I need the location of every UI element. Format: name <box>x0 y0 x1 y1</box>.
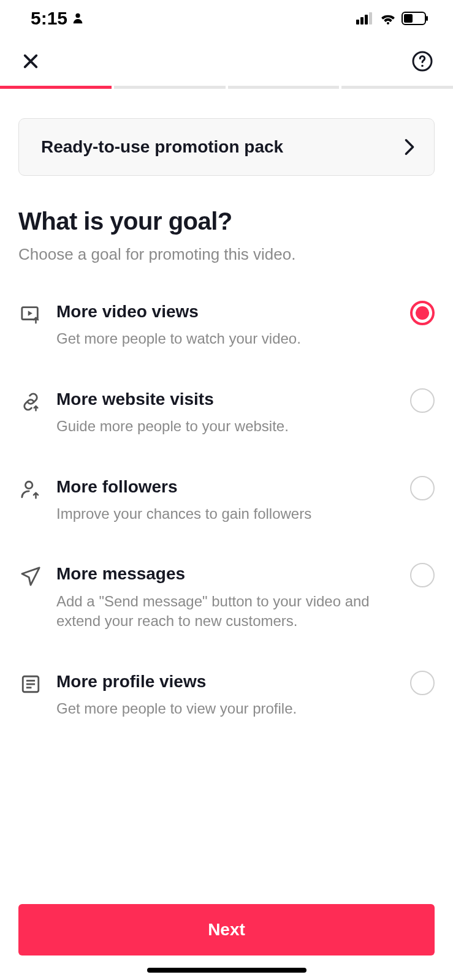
svg-point-9 <box>421 65 424 67</box>
battery-icon <box>402 12 428 25</box>
promo-pack-card[interactable]: Ready-to-use promotion pack <box>18 118 435 176</box>
option-desc: Add a "Send message" button to your vide… <box>56 592 400 631</box>
help-button[interactable] <box>410 49 435 74</box>
option-desc: Get more people to watch your video. <box>56 329 400 349</box>
option-content: More profile views Get more people to vi… <box>56 671 400 719</box>
option-title: More website visits <box>56 388 400 410</box>
video-views-icon <box>18 302 43 326</box>
option-radio[interactable] <box>410 301 435 325</box>
option-radio[interactable] <box>410 671 435 695</box>
option-desc: Get more people to view your profile. <box>56 699 400 718</box>
svg-point-0 <box>75 13 80 18</box>
svg-rect-1 <box>356 20 359 24</box>
website-visits-icon <box>18 390 43 414</box>
option-radio[interactable] <box>410 388 435 413</box>
followers-icon <box>18 477 43 502</box>
option-content: More messages Add a "Send message" butto… <box>56 563 400 631</box>
status-time: 5:15 <box>31 8 67 29</box>
close-icon <box>21 51 40 71</box>
svg-rect-3 <box>365 15 368 24</box>
wifi-icon <box>379 12 397 24</box>
option-content: More followers Improve your chances to g… <box>56 476 400 524</box>
promo-pack-title: Ready-to-use promotion pack <box>41 137 283 157</box>
help-icon <box>411 50 433 72</box>
option-title: More video views <box>56 301 400 323</box>
svg-rect-4 <box>369 12 372 24</box>
option-video-views[interactable]: More video views Get more people to watc… <box>18 301 435 349</box>
option-title: More profile views <box>56 671 400 693</box>
home-indicator[interactable] <box>147 968 306 973</box>
option-content: More website visits Guide more people to… <box>56 388 400 437</box>
option-title: More followers <box>56 476 400 498</box>
chevron-right-icon <box>403 138 416 156</box>
option-title: More messages <box>56 563 400 585</box>
status-time-group: 5:15 <box>31 8 85 29</box>
cellular-signal-icon <box>356 12 375 24</box>
close-button[interactable] <box>18 49 43 74</box>
option-desc: Improve your chances to gain followers <box>56 504 400 524</box>
svg-rect-6 <box>404 14 413 23</box>
status-indicators <box>356 12 428 25</box>
nav-header <box>0 37 453 86</box>
option-radio[interactable] <box>410 563 435 587</box>
goal-options: More video views Get more people to watc… <box>18 301 435 718</box>
status-bar: 5:15 <box>0 0 453 37</box>
option-radio[interactable] <box>410 476 435 500</box>
svg-point-11 <box>26 481 32 488</box>
profile-views-icon <box>18 672 43 696</box>
svg-rect-7 <box>426 16 428 21</box>
option-followers[interactable]: More followers Improve your chances to g… <box>18 476 435 524</box>
messages-icon <box>18 564 43 589</box>
location-person-icon <box>71 12 85 25</box>
page-content: Ready-to-use promotion pack What is your… <box>0 89 453 904</box>
page-title: What is your goal? <box>18 208 435 235</box>
next-button[interactable]: Next <box>18 904 435 956</box>
option-website-visits[interactable]: More website visits Guide more people to… <box>18 388 435 437</box>
option-content: More video views Get more people to watc… <box>56 301 400 349</box>
option-profile-views[interactable]: More profile views Get more people to vi… <box>18 671 435 719</box>
option-messages[interactable]: More messages Add a "Send message" butto… <box>18 563 435 631</box>
option-desc: Guide more people to your website. <box>56 417 400 436</box>
page-subtitle: Choose a goal for promoting this video. <box>18 245 435 264</box>
svg-rect-2 <box>360 17 364 24</box>
